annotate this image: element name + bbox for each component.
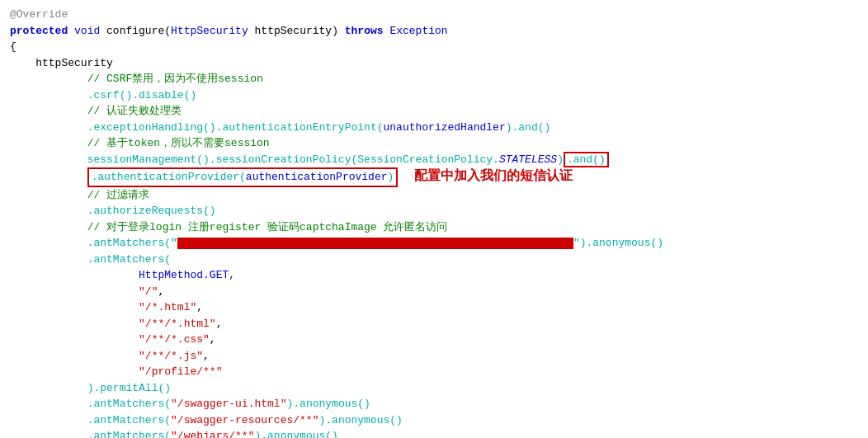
annotation-override: @Override bbox=[10, 8, 68, 21]
string-js: "/**/*.js" bbox=[139, 350, 203, 362]
line-20: "/**/*.html", bbox=[10, 316, 858, 332]
line-16: .antMatchers( bbox=[10, 252, 858, 268]
code-webjars: .antMatchers("/webjars/**").anonymous() bbox=[87, 430, 338, 438]
code-container: @Override protected void configure(HttpS… bbox=[0, 0, 868, 438]
line-24: ).permitAll() bbox=[10, 380, 858, 397]
code-antmatchers-2: .antMatchers( bbox=[87, 253, 171, 266]
type-httpsecurity: HttpSecurity bbox=[171, 25, 248, 37]
line-14: // 对于登录login 注册register 验证码captchaImage … bbox=[10, 219, 858, 236]
line-27: .antMatchers("/webjars/**").anonymous() bbox=[10, 428, 858, 438]
code-exception: .exceptionHandling().authenticationEntry… bbox=[87, 121, 551, 134]
string-root: "/" bbox=[139, 285, 158, 298]
line-23: "/profile/**" bbox=[10, 364, 858, 380]
keyword-void: void bbox=[74, 25, 100, 37]
code-auth-provider: .authenticationProvider(authenticationPr… bbox=[92, 171, 394, 183]
keyword-throws: throws bbox=[345, 25, 384, 37]
code-swagger-resources: .antMatchers("/swagger-resources/**").an… bbox=[87, 414, 403, 426]
string-profile: "/profile/**" bbox=[139, 365, 222, 378]
string-html2: "/**/*.html" bbox=[139, 318, 216, 330]
redacted-url bbox=[177, 238, 573, 249]
and-box: .and() bbox=[564, 152, 609, 167]
auth-provider-box: .authenticationProvider(authenticationPr… bbox=[87, 167, 399, 187]
keyword-protected: protected bbox=[10, 25, 68, 37]
stateless-keyword: STATELESS bbox=[499, 153, 557, 166]
line-17: HttpMethod.GET, bbox=[10, 267, 858, 284]
line-7: // 认证失败处理类 bbox=[10, 103, 858, 120]
string-html1: "/*.html" bbox=[139, 301, 196, 313]
code-antmatchers-1: .antMatchers("").anonymous() bbox=[87, 237, 663, 249]
line-1: @Override bbox=[10, 7, 858, 23]
code-httpmethod: HttpMethod.GET, bbox=[139, 269, 235, 281]
comment-auth-fail: // 认证失败处理类 bbox=[87, 105, 182, 117]
annotation-text: 配置中加入我们的短信认证 bbox=[414, 166, 573, 186]
comment-filter: // 过滤请求 bbox=[87, 189, 149, 201]
code-permitall: ).permitAll() bbox=[87, 382, 171, 394]
line-18: "/", bbox=[10, 284, 858, 300]
line-19: "/*.html", bbox=[10, 299, 858, 316]
line-8: .exceptionHandling().authenticationEntry… bbox=[10, 120, 858, 136]
line-15: .antMatchers("").anonymous() bbox=[10, 235, 858, 252]
line-25: .antMatchers("/swagger-ui.html").anonymo… bbox=[10, 396, 858, 412]
code-csrf-disable: .csrf().disable() bbox=[87, 89, 197, 101]
code-authorize: .authorizeRequests() bbox=[87, 205, 216, 217]
comment-csrf: // CSRF禁用，因为不使用session bbox=[87, 73, 263, 85]
string-css: "/**/*.css" bbox=[139, 333, 210, 346]
line-6: .csrf().disable() bbox=[10, 87, 858, 104]
line-21: "/**/*.css", bbox=[10, 332, 858, 348]
line-13: .authorizeRequests() bbox=[10, 203, 858, 219]
comment-token: // 基于token，所以不需要session bbox=[87, 137, 270, 149]
line-2: protected void configure(HttpSecurity ht… bbox=[10, 23, 858, 40]
type-exception: Exception bbox=[389, 25, 447, 37]
code-session: sessionManagement().sessionCreationPolic… bbox=[87, 153, 564, 166]
line-26: .antMatchers("/swagger-resources/**").an… bbox=[10, 412, 858, 429]
line-5: // CSRF禁用，因为不使用session bbox=[10, 71, 858, 87]
line-4: httpSecurity bbox=[10, 55, 858, 72]
method-name: configure bbox=[106, 25, 164, 37]
param-httpsecurity: httpSecurity bbox=[255, 25, 333, 37]
comment-anon: // 对于登录login 注册register 验证码captchaImage … bbox=[87, 221, 448, 233]
line-11-container: .authenticationProvider(authenticationPr… bbox=[10, 167, 858, 187]
line-3: { bbox=[10, 39, 858, 55]
line-22: "/**/*.js", bbox=[10, 348, 858, 365]
line-12: // 过滤请求 bbox=[10, 187, 858, 204]
line-9: // 基于token，所以不需要session bbox=[10, 135, 858, 152]
code-swagger-ui: .antMatchers("/swagger-ui.html").anonymo… bbox=[87, 398, 370, 410]
